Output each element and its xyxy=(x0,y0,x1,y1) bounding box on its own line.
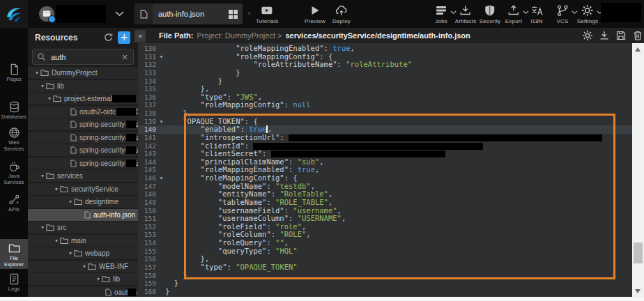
tree-row-oauth2-oidc-sdk-10[interactable]: oauth2-oidc-sdk-10 xyxy=(28,106,138,118)
token: null xyxy=(293,100,310,109)
toolbar-preview-button[interactable]: Preview xyxy=(305,4,325,24)
sidebar-item-java-services[interactable]: Java Services xyxy=(0,157,28,188)
sidebar-item-file-explorer[interactable]: File Explorer xyxy=(0,239,28,269)
token: : xyxy=(289,157,298,166)
fold-arrow-icon xyxy=(158,247,165,256)
collapse-panel-icon[interactable]: « xyxy=(135,30,146,43)
expand-arrow-icon[interactable]: ▾ xyxy=(67,199,74,205)
line-number: 139 xyxy=(138,118,158,126)
fold-arrow-icon[interactable]: ▾ xyxy=(158,118,165,126)
token: : xyxy=(271,190,280,198)
tree-row-lib[interactable]: ▾lib xyxy=(28,273,138,285)
tab-scroll-left-icon[interactable]: ‹ xyxy=(247,8,251,18)
toolbar-export-button[interactable]: Export xyxy=(505,4,522,24)
databases-icon xyxy=(8,101,20,113)
sidebar-item-logs[interactable]: Logs xyxy=(0,270,28,295)
refresh-icon[interactable] xyxy=(103,32,114,43)
project-avatar-icon[interactable] xyxy=(39,6,54,22)
toolbar-label: Tutorials xyxy=(256,18,278,24)
line-number: 144 xyxy=(138,158,158,167)
sidebar-item-label: Java Services xyxy=(0,173,28,185)
toolbar-settings-button[interactable]: Settings xyxy=(577,4,599,24)
project-badge-icon xyxy=(48,15,56,23)
fold-arrow-icon[interactable]: ▾ xyxy=(158,53,165,61)
fold-arrow-icon xyxy=(158,215,165,223)
tree-row-project-external-depen[interactable]: ▾project-external-depen xyxy=(28,93,138,105)
code-text: "type": "OPAQUE_TOKEN" xyxy=(165,263,632,272)
tab-auth-info-json[interactable]: auth-info.json xyxy=(135,3,243,24)
expand-arrow-icon[interactable]: ▾ xyxy=(53,238,60,244)
toolbar-security-button[interactable]: Security xyxy=(480,4,501,24)
tree-row-lib[interactable]: ▾lib xyxy=(28,80,138,92)
expand-arrow-icon[interactable]: ▾ xyxy=(95,276,102,282)
fold-arrow-icon[interactable]: ▾ xyxy=(158,174,165,183)
code-text: } xyxy=(165,272,632,280)
scroll-down-arrow-icon[interactable] xyxy=(635,289,641,293)
tree-row-webapp[interactable]: ▾webapp xyxy=(28,247,138,259)
tab-grid-icon[interactable] xyxy=(228,9,238,20)
editor-settings-gear-icon[interactable] xyxy=(582,30,593,41)
expand-arrow-icon[interactable]: ▾ xyxy=(39,83,46,89)
tree-row-main[interactable]: ▾main xyxy=(28,235,138,247)
editor-scrollbar[interactable] xyxy=(632,44,644,297)
token: "roleMappingEnabled" xyxy=(165,165,289,173)
expand-arrow-icon[interactable]: ▾ xyxy=(39,224,46,231)
clear-search-icon[interactable]: × xyxy=(121,52,128,62)
project-switcher-chevron-icon[interactable] xyxy=(115,11,124,17)
toolbar-i18n-button[interactable]: I18N xyxy=(530,4,543,24)
token: : xyxy=(271,230,280,238)
tree-row-spring-security-oau[interactable]: spring-security-oau xyxy=(28,118,138,130)
token: "sub" xyxy=(298,157,320,166)
chevron-down-icon[interactable] xyxy=(523,10,529,15)
expand-arrow-icon[interactable]: ▾ xyxy=(67,250,74,256)
tree-row-spring-security-oau[interactable]: spring-security-oau xyxy=(28,132,138,144)
token: : xyxy=(266,182,275,190)
tree-row-designtime[interactable]: ▾designtime xyxy=(28,196,138,208)
token: "clientId" xyxy=(165,141,245,150)
sidebar-item-apis[interactable]: APIs xyxy=(0,190,28,216)
scroll-up-arrow-icon[interactable] xyxy=(635,47,641,52)
tree-row-securityservice[interactable]: ▾securityService xyxy=(28,183,138,195)
web-services-icon xyxy=(8,127,20,139)
tree-row-src[interactable]: ▾src xyxy=(28,222,138,233)
toolbar-jobs-button[interactable]: Jobs xyxy=(435,4,447,24)
tree-row-services[interactable]: ▾services xyxy=(28,170,138,182)
toolbar-tutorials-button[interactable]: Tutorials xyxy=(256,4,278,24)
folder-icon xyxy=(40,69,49,77)
token: } xyxy=(165,77,222,85)
fold-arrow-icon xyxy=(158,288,165,296)
tree-row-spring-security-oau[interactable]: spring-security-oau xyxy=(28,157,138,169)
token: , xyxy=(268,125,272,133)
toolbar-artifacts-button[interactable]: Artifacts xyxy=(455,4,477,24)
sidebar-item-databases[interactable]: Databases xyxy=(0,98,28,123)
toolbar-deploy-button[interactable]: Deploy xyxy=(332,4,351,24)
file-icon xyxy=(135,3,153,24)
delete-file-icon[interactable] xyxy=(632,30,643,41)
file-icon xyxy=(105,288,112,296)
search-input[interactable] xyxy=(49,52,121,62)
expand-arrow-icon[interactable]: ▾ xyxy=(33,70,40,76)
code-editor[interactable]: 130 "roleMappingEnabled": true,131▾ "rol… xyxy=(138,43,632,297)
expand-arrow-icon[interactable]: ▾ xyxy=(46,95,53,102)
save-file-icon[interactable] xyxy=(615,30,627,41)
expand-arrow-icon[interactable]: ▾ xyxy=(39,173,46,179)
tree-row-auth-info-json[interactable]: auth-info.json xyxy=(28,209,138,221)
sidebar-item-pages[interactable]: Pages xyxy=(0,60,28,86)
download-file-icon[interactable] xyxy=(599,30,610,41)
tree-row-spring-security-oau[interactable]: spring-security-oau xyxy=(28,144,138,156)
toolbar-vcs-button[interactable]: VCS xyxy=(556,4,569,24)
tree-row-oauth2-o[interactable]: oauth2-o xyxy=(28,286,138,298)
app-logo-icon[interactable] xyxy=(0,0,28,28)
file-icon xyxy=(70,108,77,116)
fold-arrow-icon xyxy=(158,142,165,150)
preview-play-icon xyxy=(309,4,321,17)
fold-arrow-icon xyxy=(158,109,165,118)
expand-arrow-icon[interactable]: ▾ xyxy=(53,186,60,192)
scroll-thumb[interactable] xyxy=(634,242,643,263)
tree-row-web-inf[interactable]: ▾WEB-INF xyxy=(28,261,138,272)
add-resource-button[interactable]: + xyxy=(118,31,130,44)
sidebar-item-web-services[interactable]: Web Services xyxy=(0,123,28,155)
resource-search-box[interactable]: × xyxy=(32,49,134,65)
tree-row-dummyproject[interactable]: ▾DummyProject xyxy=(28,67,138,79)
expand-arrow-icon[interactable]: ▾ xyxy=(81,263,88,270)
